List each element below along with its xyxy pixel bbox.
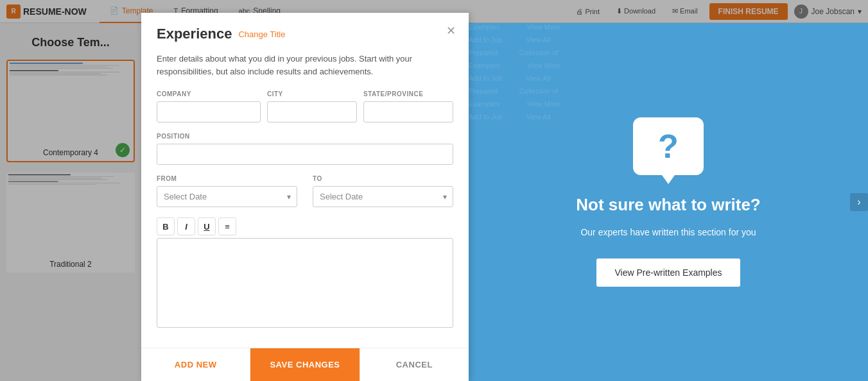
city-label: CITY — [267, 90, 357, 97]
state-field-group: STATE/PROVINCE — [363, 90, 453, 123]
city-field-group: CITY — [267, 90, 357, 123]
bold-button[interactable]: B — [157, 217, 175, 235]
city-input[interactable] — [267, 101, 357, 123]
right-panel: Examples View More Add to Job View All P… — [469, 23, 868, 381]
to-label: TO — [313, 175, 453, 182]
add-new-button[interactable]: ADD NEW — [141, 348, 250, 381]
state-label: STATE/PROVINCE — [363, 90, 453, 97]
modal-title: Experience — [157, 26, 232, 42]
change-title-link[interactable]: Change Title — [238, 30, 285, 39]
date-row: FROM Select Date ▾ TO Select Date ▾ — [157, 175, 453, 207]
to-date-select[interactable]: Select Date — [313, 186, 453, 207]
modal-header: Experience Change Title ✕ Enter details … — [141, 13, 469, 90]
modal-footer: ADD NEW SAVE CHANGES CANCEL — [141, 348, 469, 381]
from-date-select[interactable]: Select Date — [157, 186, 297, 207]
position-row: POSITION — [157, 133, 453, 165]
from-date-group: FROM Select Date ▾ — [157, 175, 297, 207]
modal-description: Enter details about what you did in your… — [157, 53, 453, 78]
chevron-right-icon[interactable]: › — [850, 193, 868, 211]
list-button[interactable]: ≡ — [218, 217, 236, 235]
underline-button[interactable]: U — [198, 217, 216, 235]
bg-watermark: Examples View More Add to Job View All P… — [469, 23, 868, 381]
position-input[interactable] — [157, 144, 453, 165]
close-button[interactable]: ✕ — [443, 23, 458, 38]
modal-body: COMPANY CITY STATE/PROVINCE POSITION FRO… — [141, 90, 469, 348]
description-textarea[interactable] — [157, 238, 453, 328]
state-input[interactable] — [363, 101, 453, 123]
save-changes-button[interactable]: SAVE CHANGES — [250, 348, 359, 381]
company-input[interactable] — [157, 101, 261, 123]
company-label: COMPANY — [157, 90, 261, 97]
position-label: POSITION — [157, 133, 453, 140]
question-mark-icon: ? — [658, 127, 679, 165]
question-bubble: ? — [633, 117, 704, 175]
from-label: FROM — [157, 175, 297, 182]
company-field-group: COMPANY — [157, 90, 261, 123]
to-select-wrapper: Select Date ▾ — [313, 186, 453, 207]
company-city-state-row: COMPANY CITY STATE/PROVINCE — [157, 90, 453, 123]
experience-modal: Experience Change Title ✕ Enter details … — [141, 13, 469, 381]
from-select-wrapper: Select Date ▾ — [157, 186, 297, 207]
position-field-group: POSITION — [157, 133, 453, 165]
to-date-group: TO Select Date ▾ — [313, 175, 453, 207]
modal-title-row: Experience Change Title — [157, 26, 453, 42]
cancel-button[interactable]: CANCEL — [360, 348, 469, 381]
text-toolbar: B I U ≡ — [157, 217, 453, 235]
italic-button[interactable]: I — [177, 217, 195, 235]
